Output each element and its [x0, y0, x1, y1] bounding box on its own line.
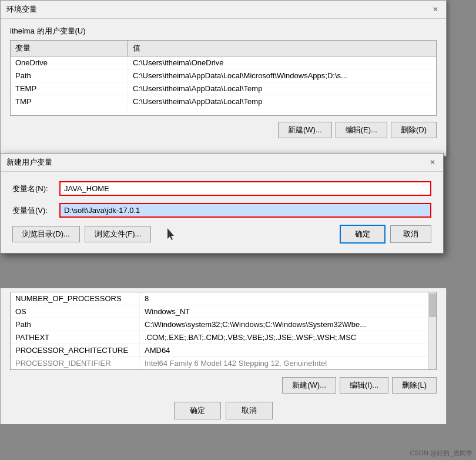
user-vars-table-body: OneDrive C:\Users\itheima\OneDrive Path … [11, 56, 436, 115]
edit-sys-var-button[interactable]: 编辑(I)... [340, 377, 388, 394]
sys-var-name: PROCESSOR_IDENTIFIER [11, 357, 140, 369]
table-header-row: 变量 值 [11, 41, 436, 56]
browse-dir-button[interactable]: 浏览目录(D)... [12, 226, 80, 242]
browse-file-button[interactable]: 浏览文件(F)... [85, 226, 151, 242]
new-var-close-button[interactable]: ✕ [428, 158, 437, 167]
ok-button[interactable]: 确定 [340, 225, 386, 244]
cancel-button[interactable]: 取消 [390, 225, 431, 243]
sys-var-name: OS [11, 305, 140, 318]
col-header-name: 变量 [11, 41, 128, 56]
col-header-value: 值 [128, 41, 436, 56]
env-window-title: 环境变量 [6, 4, 37, 15]
sys-var-value: 8 [140, 292, 436, 305]
sys-var-name: PATHEXT [11, 331, 140, 344]
main-ok-button[interactable]: 确定 [174, 402, 221, 419]
sys-table-row[interactable]: OS Windows_NT [11, 305, 436, 318]
sys-var-value: Intel64 Family 6 Model 142 Stepping 12, … [140, 357, 436, 369]
delete-user-var-button[interactable]: 删除(D) [391, 122, 437, 138]
table-row[interactable]: OneDrive C:\Users\itheima\OneDrive [11, 56, 436, 69]
var-name-cell: Path [11, 69, 128, 82]
sys-table-row[interactable]: PROCESSOR_ARCHITECTURE AMD64 [11, 344, 436, 357]
env-window-titlebar: 环境变量 ✕ [1, 1, 446, 19]
sys-var-name: NUMBER_OF_PROCESSORS [11, 292, 140, 305]
new-var-title: 新建用户变量 [6, 157, 52, 168]
var-name-cell: TMP [11, 95, 128, 108]
var-value-input[interactable] [59, 203, 431, 218]
sys-var-value: .COM;.EXE;.BAT;.CMD;.VBS;.VBE;JS;.JSE;.W… [140, 331, 436, 344]
var-value-cell: C:\Users\itheima\AppData\Local\Microsoft… [128, 69, 436, 82]
edit-user-var-button[interactable]: 编辑(E)... [336, 122, 387, 138]
sys-table-row[interactable]: Path C:\Windows\system32;C:\Windows;C:\W… [11, 318, 436, 331]
sys-var-name: PROCESSOR_ARCHITECTURE [11, 344, 140, 356]
sys-var-name: Path [11, 318, 140, 331]
sys-var-value: AMD64 [140, 344, 436, 356]
var-name-row: 变量名(N): [12, 181, 431, 196]
scrollbar-thumb[interactable] [429, 294, 436, 317]
user-section-label: itheima 的用户变量(U) [10, 26, 437, 36]
var-name-label: 变量名(N): [12, 184, 59, 194]
delete-sys-var-button[interactable]: 删除(L) [392, 377, 437, 394]
var-value-cell: C:\Users\itheima\AppData\Local\Temp [128, 95, 436, 108]
user-var-buttons: 新建(W)... 编辑(E)... 删除(D) [10, 122, 437, 138]
var-name-input[interactable] [59, 181, 431, 196]
sys-table-row[interactable]: PATHEXT .COM;.EXE;.BAT;.CMD;.VBS;.VBE;JS… [11, 331, 436, 344]
table-row[interactable]: TMP C:\Users\itheima\AppData\Local\Temp [11, 95, 436, 108]
new-var-action-buttons: 浏览目录(D)... 浏览文件(F)... 确定 取消 [12, 225, 431, 244]
var-value-label: 变量值(V): [12, 205, 59, 216]
svg-marker-0 [167, 228, 174, 240]
button-spacer [156, 228, 249, 240]
var-name-cell: OneDrive [11, 56, 128, 69]
watermark: CSDN @好的_浩同学 [410, 449, 472, 458]
env-window-close-button[interactable]: ✕ [431, 5, 440, 14]
var-name-cell: TEMP [11, 82, 128, 95]
var-value-cell: C:\Users\itheima\AppData\Local\Temp [128, 82, 436, 95]
table-row[interactable]: TEMP C:\Users\itheima\AppData\Local\Temp [11, 82, 436, 95]
sys-table-row[interactable]: PROCESSOR_IDENTIFIER Intel64 Family 6 Mo… [11, 357, 436, 369]
new-var-titlebar: 新建用户变量 ✕ [1, 154, 443, 172]
sys-var-value: Windows_NT [140, 305, 436, 318]
sys-table-row[interactable]: NUMBER_OF_PROCESSORS 8 [11, 292, 436, 305]
scrollbar[interactable] [428, 292, 436, 369]
new-sys-var-button[interactable]: 新建(W)... [282, 377, 336, 394]
sys-var-value: C:\Windows\system32;C:\Windows;C:\Window… [140, 318, 436, 331]
cursor-icon [167, 228, 176, 240]
new-var-dialog: 新建用户变量 ✕ 变量名(N): 变量值(V): 浏览目录(D)... 浏览文件… [0, 153, 444, 254]
sys-vars-section: NUMBER_OF_PROCESSORS 8 OS Windows_NT Pat… [0, 288, 447, 424]
var-value-row: 变量值(V): [12, 203, 431, 218]
user-vars-table: 变量 值 OneDrive C:\Users\itheima\OneDrive … [10, 40, 437, 116]
sys-vars-table: NUMBER_OF_PROCESSORS 8 OS Windows_NT Pat… [10, 292, 437, 370]
env-variables-window: 环境变量 ✕ itheima 的用户变量(U) 变量 值 OneDrive C:… [0, 0, 447, 156]
bottom-buttons: 确定 取消 [1, 402, 446, 419]
table-row[interactable]: Path C:\Users\itheima\AppData\Local\Micr… [11, 69, 436, 82]
new-user-var-button[interactable]: 新建(W)... [278, 122, 332, 138]
main-cancel-button[interactable]: 取消 [226, 402, 273, 419]
var-value-cell: C:\Users\itheima\OneDrive [128, 56, 436, 69]
sys-var-buttons: 新建(W)... 编辑(I)... 删除(L) [1, 374, 446, 394]
